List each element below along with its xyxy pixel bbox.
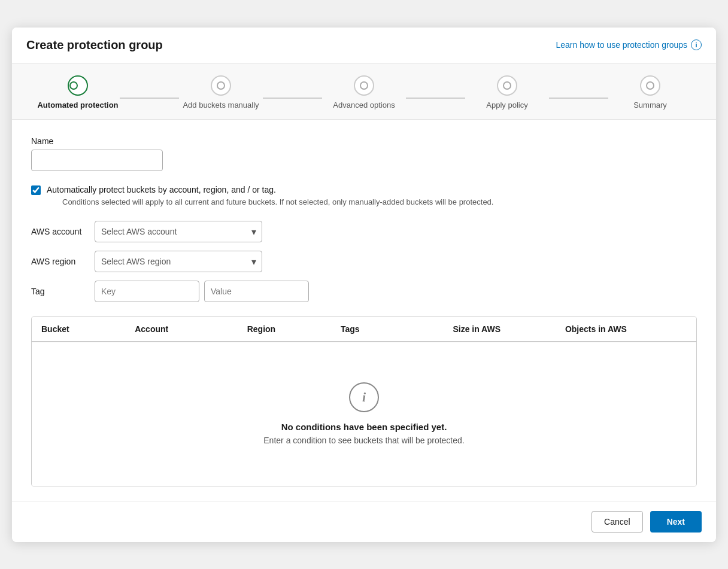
aws-account-label: AWS account bbox=[31, 227, 85, 236]
auto-protect-checkbox[interactable] bbox=[31, 185, 41, 195]
modal-body: Name Automatically protect buckets by ac… bbox=[12, 120, 716, 501]
auto-protect-checkbox-row: Automatically protect buckets by account… bbox=[31, 184, 697, 206]
col-region: Region bbox=[247, 324, 341, 334]
step-label-3: Advanced options bbox=[333, 101, 395, 109]
modal-title: Create protection group bbox=[26, 38, 163, 52]
tag-key-input[interactable] bbox=[95, 281, 199, 302]
col-bucket: Bucket bbox=[41, 324, 135, 334]
step-add-buckets: Add buckets manually bbox=[179, 75, 263, 109]
aws-region-label: AWS region bbox=[31, 257, 85, 266]
modal-header: Create protection group Learn how to use… bbox=[12, 28, 716, 63]
step-label-5: Summary bbox=[633, 101, 667, 109]
help-link-text: Learn how to use protection groups bbox=[556, 40, 687, 50]
info-icon: i bbox=[691, 39, 702, 50]
create-protection-group-modal: Create protection group Learn how to use… bbox=[12, 28, 716, 542]
step-circle-2 bbox=[211, 75, 231, 96]
aws-account-row: AWS account Select AWS account bbox=[31, 221, 697, 242]
step-label-4: Apply policy bbox=[486, 101, 527, 109]
step-circle-4 bbox=[497, 75, 517, 96]
empty-info-icon: i bbox=[349, 382, 379, 412]
aws-account-select-wrapper: Select AWS account bbox=[95, 221, 262, 242]
conditions-section: AWS account Select AWS account AWS regio… bbox=[31, 221, 697, 302]
aws-region-row: AWS region Select AWS region bbox=[31, 251, 697, 272]
col-account: Account bbox=[135, 324, 247, 334]
connector-1-2 bbox=[120, 98, 179, 99]
svg-point-4 bbox=[647, 82, 654, 89]
col-size: Size in AWS bbox=[453, 324, 565, 334]
connector-4-5 bbox=[549, 98, 608, 99]
col-tags: Tags bbox=[341, 324, 453, 334]
stepper: Automated protection Add buckets manuall… bbox=[12, 75, 716, 109]
connector-2-3 bbox=[263, 98, 322, 99]
aws-region-select[interactable]: Select AWS region bbox=[95, 251, 262, 272]
step-label-1: Automated protection bbox=[37, 101, 118, 109]
tag-label: Tag bbox=[31, 287, 85, 296]
tag-inputs bbox=[95, 281, 309, 302]
connector-3-4 bbox=[406, 98, 465, 99]
svg-point-0 bbox=[70, 82, 77, 89]
modal-footer: Cancel Next bbox=[12, 501, 716, 542]
step-summary: Summary bbox=[608, 75, 692, 109]
checkbox-text-group: Automatically protect buckets by account… bbox=[47, 184, 493, 206]
step-circle-5 bbox=[640, 75, 660, 96]
svg-point-1 bbox=[217, 82, 225, 89]
table-empty-state: i No conditions have been specified yet.… bbox=[32, 342, 696, 486]
auto-protect-desc: Conditions selected will apply to all cu… bbox=[62, 197, 493, 206]
next-button[interactable]: Next bbox=[650, 511, 702, 533]
table-header: Bucket Account Region Tags Size in AWS O… bbox=[32, 317, 696, 342]
help-link[interactable]: Learn how to use protection groups i bbox=[556, 39, 702, 50]
step-circle-3 bbox=[354, 75, 374, 96]
name-input[interactable] bbox=[31, 150, 163, 171]
tag-value-input[interactable] bbox=[204, 281, 309, 302]
step-advanced-options: Advanced options bbox=[322, 75, 406, 109]
auto-protect-label[interactable]: Automatically protect buckets by account… bbox=[47, 185, 276, 194]
step-apply-policy: Apply policy bbox=[465, 75, 549, 109]
svg-point-3 bbox=[503, 82, 511, 89]
name-field-group: Name bbox=[31, 136, 697, 171]
step-circle-1 bbox=[68, 75, 88, 96]
buckets-table: Bucket Account Region Tags Size in AWS O… bbox=[31, 317, 697, 486]
stepper-bar: Automated protection Add buckets manuall… bbox=[12, 63, 716, 120]
step-label-2: Add buckets manually bbox=[183, 101, 259, 109]
svg-point-2 bbox=[360, 82, 368, 89]
empty-desc: Enter a condition to see buckets that wi… bbox=[263, 436, 464, 445]
cancel-button[interactable]: Cancel bbox=[592, 511, 643, 533]
tag-row: Tag bbox=[31, 281, 697, 302]
empty-title: No conditions have been specified yet. bbox=[281, 422, 447, 432]
aws-region-select-wrapper: Select AWS region bbox=[95, 251, 262, 272]
col-objects: Objects in AWS bbox=[565, 324, 687, 334]
name-label: Name bbox=[31, 136, 697, 146]
aws-account-select[interactable]: Select AWS account bbox=[95, 221, 262, 242]
step-automated-protection: Automated protection bbox=[36, 75, 120, 109]
